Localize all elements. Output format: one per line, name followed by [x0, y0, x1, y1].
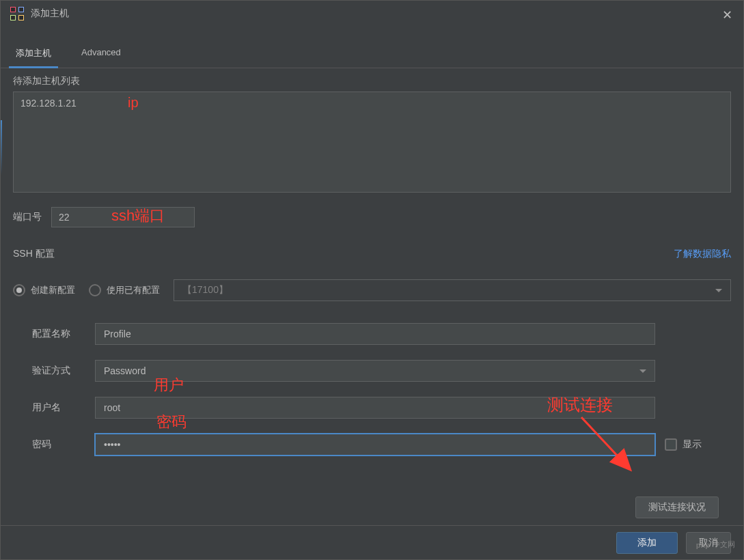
- username-row: 用户名: [32, 397, 731, 419]
- hostlist-textarea[interactable]: 192.128.1.21: [13, 92, 731, 193]
- profile-name-row: 配置名称: [32, 323, 731, 345]
- port-row: 端口号: [13, 207, 731, 227]
- password-input[interactable]: [95, 434, 655, 456]
- radio-existing-label: 使用已有配置: [107, 284, 160, 296]
- show-password-toggle[interactable]: 显示: [665, 438, 702, 451]
- existing-config-value: 【17100】: [182, 284, 228, 296]
- chevron-down-icon: [639, 369, 646, 373]
- radio-create-new[interactable]: 创建新配置: [13, 284, 75, 296]
- left-accent-decoration: [1, 120, 2, 175]
- add-button[interactable]: 添加: [616, 532, 678, 554]
- radio-icon: [89, 284, 101, 296]
- username-label: 用户名: [32, 402, 95, 414]
- add-host-dialog: 添加主机 ✕ 添加主机 Advanced 待添加主机列表 192.128.1.2…: [0, 0, 744, 560]
- existing-config-select[interactable]: 【17100】: [174, 279, 731, 301]
- titlebar: 添加主机 ✕: [1, 1, 743, 27]
- ssh-config-label: SSH 配置: [13, 248, 55, 260]
- test-connection-button[interactable]: 测试连接状况: [635, 496, 719, 518]
- chevron-down-icon: [715, 289, 722, 292]
- ssh-form: 配置名称 验证方式 Password 用户名 密码: [32, 323, 731, 456]
- content-area: 待添加主机列表 192.128.1.21 端口号 SSH 配置 了解数据隐私 创…: [1, 68, 743, 552]
- show-password-label: 显示: [683, 438, 702, 451]
- tab-advanced[interactable]: Advanced: [79, 40, 124, 68]
- close-icon[interactable]: ✕: [722, 8, 732, 23]
- dialog-footer: 添加 取消: [1, 525, 743, 559]
- port-label: 端口号: [13, 211, 42, 223]
- port-input[interactable]: [51, 207, 195, 227]
- password-label: 密码: [32, 438, 95, 451]
- cancel-button[interactable]: 取消: [686, 532, 731, 554]
- checkbox-icon: [665, 438, 677, 451]
- password-row: 密码 显示: [32, 434, 731, 456]
- auth-method-row: 验证方式 Password: [32, 360, 731, 382]
- window-title: 添加主机: [31, 8, 69, 20]
- profile-name-input[interactable]: [95, 323, 655, 345]
- tabs: 添加主机 Advanced: [1, 40, 743, 68]
- auth-method-select[interactable]: Password: [95, 360, 655, 382]
- hostlist-label: 待添加主机列表: [13, 75, 731, 87]
- radio-icon: [13, 284, 25, 296]
- tab-add-host[interactable]: 添加主机: [13, 40, 54, 68]
- auth-method-value: Password: [104, 365, 146, 376]
- ssh-config-radio-row: 创建新配置 使用已有配置 【17100】: [13, 279, 731, 301]
- radio-use-existing[interactable]: 使用已有配置: [89, 284, 160, 296]
- username-input[interactable]: [95, 397, 655, 419]
- ssh-config-header: SSH 配置 了解数据隐私: [13, 248, 731, 260]
- profile-name-label: 配置名称: [32, 328, 95, 340]
- auth-method-label: 验证方式: [32, 365, 95, 377]
- radio-create-label: 创建新配置: [31, 284, 75, 296]
- intellij-icon: [10, 7, 24, 20]
- test-connection-row: 测试连接状况: [13, 496, 719, 518]
- privacy-link[interactable]: 了解数据隐私: [674, 248, 731, 260]
